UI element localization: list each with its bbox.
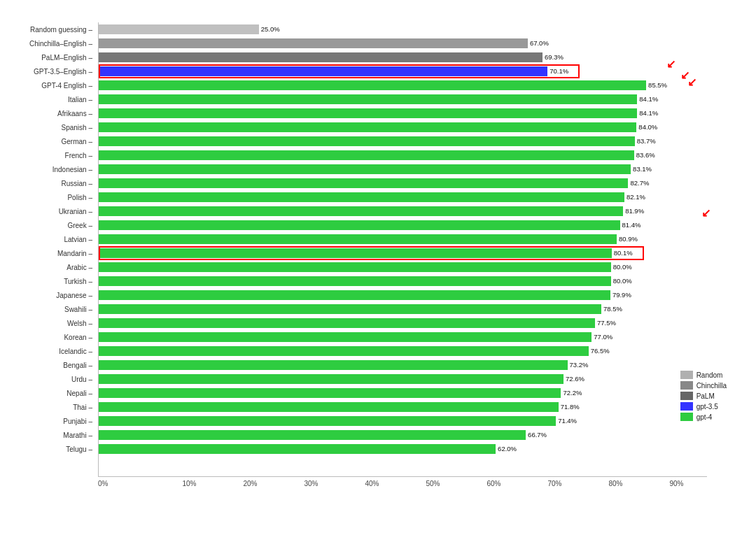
bar-row: 70.1% bbox=[99, 64, 707, 78]
y-label-afrikaans: Afrikaans – bbox=[57, 106, 95, 120]
y-label-polish: Polish – bbox=[67, 190, 95, 204]
bar-chinchilla–english bbox=[99, 38, 528, 48]
y-label-gpt-4-english: GPT-4 English – bbox=[41, 78, 95, 92]
x-axis: 0%10%20%30%40%50%60%70%80%90% bbox=[98, 480, 707, 487]
bar-thai bbox=[99, 402, 559, 412]
bar-gpt-3.5–english bbox=[99, 66, 547, 76]
x-tick: 70% bbox=[524, 480, 585, 487]
y-label-chinchilla–english: Chinchilla–English – bbox=[29, 36, 95, 50]
legend-color-box bbox=[680, 402, 693, 411]
y-label-welsh: Welsh – bbox=[67, 316, 95, 330]
y-axis: Random guessing –Chinchilla–English –PaL… bbox=[14, 22, 98, 477]
x-tick: 60% bbox=[463, 480, 524, 487]
bar-punjabi bbox=[99, 416, 556, 426]
bar-row: 80.1% bbox=[99, 246, 707, 260]
bar-polish bbox=[99, 192, 624, 202]
bar-row: 83.1% bbox=[99, 162, 707, 176]
legend-item: gpt-3.5 bbox=[680, 402, 727, 411]
bars-area: 25.0%67.0%69.3%70.1%85.5%84.1%84.1%84.0%… bbox=[99, 22, 707, 476]
x-tick: 10% bbox=[159, 480, 220, 487]
bar-row: 71.4% bbox=[99, 414, 707, 428]
bar-value-label: 77.5% bbox=[597, 319, 616, 327]
bar-row: 84.1% bbox=[99, 106, 707, 120]
bar-row: 82.7% bbox=[99, 176, 707, 190]
y-label-icelandic: Icelandic – bbox=[59, 344, 95, 358]
bar-row: 81.9% bbox=[99, 204, 707, 218]
y-label-turkish: Turkish – bbox=[64, 274, 95, 288]
bar-value-label: 83.1% bbox=[633, 165, 652, 173]
bar-row: 84.0% bbox=[99, 120, 707, 134]
bar-random-guessing bbox=[99, 24, 259, 34]
y-label-nepali: Nepali – bbox=[66, 386, 95, 400]
legend-color-box bbox=[680, 413, 693, 421]
bar-row: 73.2% bbox=[99, 358, 707, 372]
y-label-spanish: Spanish – bbox=[62, 120, 95, 134]
y-label-palm–english: PaLM–English – bbox=[41, 50, 95, 64]
bar-german bbox=[99, 136, 635, 146]
y-label-punjabi: Punjabi – bbox=[63, 414, 95, 428]
bar-row: 72.2% bbox=[99, 386, 707, 400]
bar-japanese bbox=[99, 290, 610, 300]
bar-mandarin bbox=[99, 248, 612, 258]
bar-row: 69.3% bbox=[99, 50, 707, 64]
legend-item: Random bbox=[680, 371, 727, 379]
bar-row: 77.0% bbox=[99, 330, 707, 344]
bar-row: 80.9% bbox=[99, 232, 707, 246]
legend-label: gpt-4 bbox=[696, 413, 713, 421]
x-tick: 30% bbox=[281, 480, 342, 487]
bar-value-label: 72.6% bbox=[566, 375, 584, 383]
bar-row: 78.5% bbox=[99, 302, 707, 316]
legend-color-box bbox=[680, 392, 693, 400]
bar-ukranian bbox=[99, 206, 623, 216]
bar-value-label: 80.9% bbox=[619, 235, 638, 243]
bar-value-label: 81.9% bbox=[625, 207, 644, 215]
arrow-chinchilla: ↙ bbox=[666, 57, 676, 71]
bar-row: 71.8% bbox=[99, 400, 707, 414]
bar-telugu bbox=[99, 444, 496, 454]
bar-korean bbox=[99, 332, 592, 342]
y-label-gpt-3.5–english: GPT-3.5–English – bbox=[34, 64, 95, 78]
bar-value-label: 25.0% bbox=[261, 25, 280, 33]
bar-value-label: 67.0% bbox=[530, 39, 549, 47]
x-tick: 50% bbox=[402, 480, 463, 487]
bar-swahili bbox=[99, 304, 601, 314]
bar-spanish bbox=[99, 122, 636, 132]
bar-value-label: 66.7% bbox=[528, 431, 547, 439]
x-tick: 80% bbox=[585, 480, 646, 487]
bar-value-label: 71.4% bbox=[558, 417, 577, 425]
bar-row: 84.1% bbox=[99, 92, 707, 106]
bar-row: 83.7% bbox=[99, 134, 707, 148]
y-label-bengali: Bengali – bbox=[63, 358, 95, 372]
legend-label: PaLM bbox=[696, 392, 715, 400]
bar-value-label: 76.5% bbox=[591, 347, 610, 355]
y-label-marathi: Marathi – bbox=[63, 428, 95, 442]
legend-color-box bbox=[680, 381, 693, 390]
y-label-swahili: Swahili – bbox=[64, 302, 95, 316]
y-label-random-guessing: Random guessing – bbox=[30, 22, 95, 36]
bar-italian bbox=[99, 94, 637, 104]
bar-value-label: 80.1% bbox=[614, 249, 633, 257]
y-label-ukranian: Ukranian – bbox=[59, 204, 95, 218]
bar-value-label: 78.5% bbox=[603, 305, 622, 313]
bar-indonesian bbox=[99, 164, 631, 174]
bar-value-label: 83.7% bbox=[637, 137, 656, 145]
bar-value-label: 77.0% bbox=[594, 333, 612, 341]
chart-container: Random guessing –Chinchilla–English –PaL… bbox=[0, 0, 756, 556]
x-tick: 90% bbox=[646, 480, 707, 487]
bar-icelandic bbox=[99, 346, 589, 356]
y-label-japanese: Japanese – bbox=[56, 288, 95, 302]
bar-value-label: 69.3% bbox=[545, 53, 564, 61]
bar-welsh bbox=[99, 318, 595, 328]
legend-label: Random bbox=[696, 371, 723, 379]
bar-value-label: 84.1% bbox=[639, 109, 658, 117]
bar-row: 82.1% bbox=[99, 190, 707, 204]
bar-greek bbox=[99, 220, 620, 230]
bar-row: 85.5% bbox=[99, 78, 707, 92]
bar-gpt-4-english bbox=[99, 80, 646, 90]
bar-row: 77.5% bbox=[99, 316, 707, 330]
bar-row: 80.0% bbox=[99, 260, 707, 274]
bar-value-label: 84.1% bbox=[639, 95, 658, 103]
bar-russian bbox=[99, 178, 628, 188]
bar-row: 80.0% bbox=[99, 274, 707, 288]
bar-value-label: 80.0% bbox=[613, 277, 632, 285]
